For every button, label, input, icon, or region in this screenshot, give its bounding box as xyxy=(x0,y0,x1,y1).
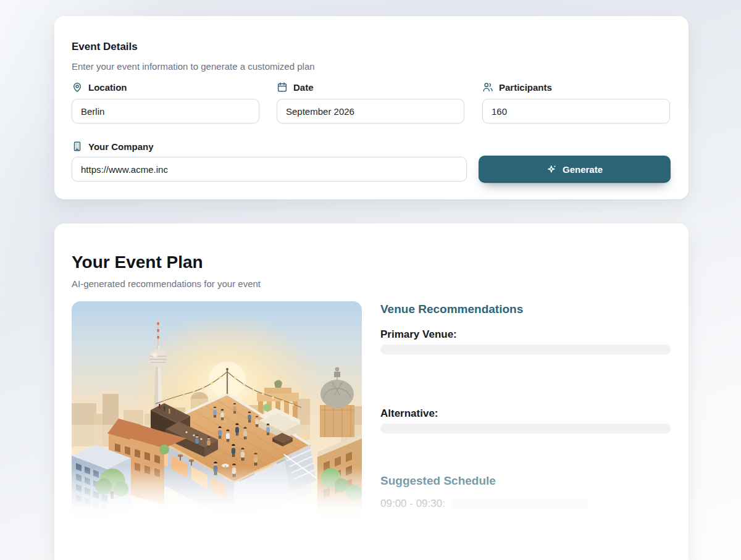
date-label: Date xyxy=(277,81,314,93)
date-input[interactable] xyxy=(277,99,464,123)
schedule-slot-time: 09:00 - 09:30: xyxy=(380,498,445,510)
users-icon xyxy=(482,81,493,93)
event-plan-card: Your Event Plan AI-generated recommendat… xyxy=(54,224,689,560)
participants-input[interactable] xyxy=(482,99,670,123)
sparkles-icon xyxy=(546,164,557,175)
berlin-rooftop-illustration xyxy=(72,301,362,522)
event-details-subtitle: Enter your event information to generate… xyxy=(72,61,315,72)
schedule-slot-skeleton xyxy=(453,498,588,509)
map-pin-icon xyxy=(72,81,83,93)
event-plan-title: Your Event Plan xyxy=(72,253,203,272)
primary-venue-label: Primary Venue: xyxy=(380,328,671,341)
company-label: Your Company xyxy=(72,141,154,152)
location-input[interactable] xyxy=(72,99,259,123)
primary-venue-skeleton xyxy=(380,345,671,354)
suggested-schedule-heading: Suggested Schedule xyxy=(380,474,671,488)
venue-recommendations-heading: Venue Recommendations xyxy=(380,303,671,316)
alternative-venue-skeleton xyxy=(380,424,671,433)
alternative-venue-label: Alternative: xyxy=(380,407,671,420)
building-icon xyxy=(72,141,83,152)
event-details-title: Event Details xyxy=(72,41,138,53)
participants-label: Participants xyxy=(482,81,552,93)
event-details-card: Event Details Enter your event informati… xyxy=(54,16,689,199)
event-plan-subtitle: AI-generated recommendations for your ev… xyxy=(72,278,261,289)
calendar-icon xyxy=(277,81,288,93)
schedule-slot-row: 09:00 - 09:30: xyxy=(380,498,588,510)
company-url-input[interactable] xyxy=(72,157,467,182)
generate-button[interactable]: Generate xyxy=(479,156,671,183)
location-label: Location xyxy=(72,81,127,93)
